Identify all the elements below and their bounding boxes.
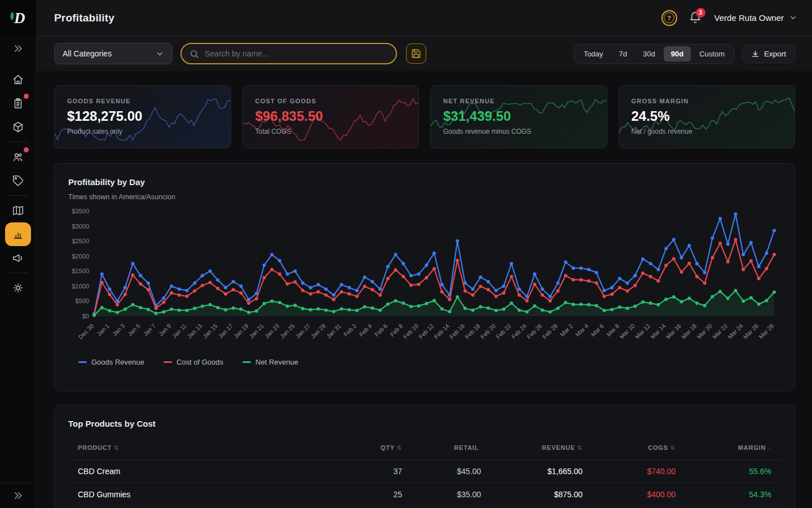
data-point[interactable] — [347, 292, 351, 296]
range-90d-button[interactable]: 90d — [664, 46, 691, 62]
data-point[interactable] — [116, 311, 119, 314]
legend-item-goods-revenue[interactable]: Goods Revenue — [78, 358, 144, 366]
data-point[interactable] — [363, 275, 367, 279]
data-point[interactable] — [541, 287, 544, 291]
data-point[interactable] — [409, 283, 413, 287]
data-point[interactable] — [734, 289, 738, 292]
data-point[interactable] — [263, 264, 266, 267]
data-point[interactable] — [239, 291, 242, 295]
data-point[interactable] — [92, 313, 96, 317]
data-point[interactable] — [618, 286, 621, 290]
data-point[interactable] — [456, 295, 459, 299]
data-point[interactable] — [718, 290, 722, 293]
data-point[interactable] — [495, 289, 498, 292]
data-point[interactable] — [587, 303, 590, 306]
category-select[interactable]: All Categories — [54, 43, 173, 64]
data-point[interactable] — [541, 308, 544, 312]
data-point[interactable] — [131, 262, 135, 265]
data-point[interactable] — [139, 274, 142, 277]
data-point[interactable] — [595, 282, 598, 285]
data-point[interactable] — [301, 289, 304, 292]
table-row[interactable]: CBD Cream 37 $45.00 $1,665.00 $740.00 55… — [68, 460, 781, 483]
data-point[interactable] — [123, 308, 127, 311]
data-point[interactable] — [316, 283, 320, 286]
data-point[interactable] — [656, 279, 660, 283]
data-point[interactable] — [687, 244, 691, 247]
data-point[interactable] — [316, 307, 320, 310]
data-point[interactable] — [270, 268, 273, 271]
data-point[interactable] — [433, 267, 436, 270]
data-point[interactable] — [479, 284, 482, 288]
data-point[interactable] — [587, 268, 590, 271]
data-point[interactable] — [170, 291, 173, 295]
data-point[interactable] — [518, 308, 521, 312]
data-point[interactable] — [301, 282, 304, 285]
data-point[interactable] — [155, 312, 158, 315]
data-point[interactable] — [386, 303, 390, 306]
data-point[interactable] — [293, 269, 297, 273]
data-point[interactable] — [201, 274, 204, 277]
data-point[interactable] — [687, 262, 691, 265]
data-point[interactable] — [378, 308, 382, 312]
data-point[interactable] — [633, 274, 637, 277]
data-point[interactable] — [147, 282, 150, 285]
data-point[interactable] — [734, 238, 738, 242]
data-point[interactable] — [479, 305, 482, 309]
data-point[interactable] — [487, 280, 490, 283]
data-point[interactable] — [355, 309, 359, 312]
data-point[interactable] — [401, 275, 405, 278]
profitability-by-day-chart[interactable]: $3500$3000$2500$2000$1500$1000$500$0Dec … — [68, 203, 781, 357]
data-point[interactable] — [564, 260, 567, 264]
data-point[interactable] — [479, 275, 482, 279]
data-point[interactable] — [610, 308, 614, 311]
data-point[interactable] — [672, 295, 676, 299]
data-point[interactable] — [370, 280, 374, 283]
range-7d-button[interactable]: 7d — [612, 46, 634, 62]
column-header-margin[interactable]: MARGIN↓ — [676, 444, 771, 451]
data-point[interactable] — [347, 286, 351, 290]
data-point[interactable] — [572, 303, 575, 306]
data-point[interactable] — [734, 212, 738, 216]
data-point[interactable] — [278, 273, 281, 276]
data-point[interactable] — [680, 300, 683, 304]
data-point[interactable] — [216, 278, 219, 282]
data-point[interactable] — [556, 306, 559, 310]
sidebar-item-orders[interactable] — [6, 91, 30, 115]
data-point[interactable] — [541, 294, 544, 297]
data-point[interactable] — [378, 294, 382, 297]
data-point[interactable] — [425, 276, 428, 279]
data-point[interactable] — [247, 301, 250, 305]
data-point[interactable] — [471, 294, 475, 297]
data-point[interactable] — [448, 298, 451, 301]
data-point[interactable] — [672, 238, 676, 242]
data-point[interactable] — [641, 271, 645, 275]
data-point[interactable] — [610, 292, 614, 296]
data-point[interactable] — [394, 268, 398, 271]
search-input[interactable] — [205, 49, 388, 58]
data-point[interactable] — [232, 306, 235, 310]
data-point[interactable] — [301, 307, 304, 310]
data-point[interactable] — [556, 282, 559, 285]
sidebar-item-products[interactable] — [6, 115, 30, 139]
data-point[interactable] — [726, 297, 730, 300]
data-point[interactable] — [209, 303, 212, 306]
data-point[interactable] — [664, 297, 668, 301]
data-point[interactable] — [718, 217, 722, 220]
data-point[interactable] — [386, 277, 390, 281]
data-point[interactable] — [757, 265, 761, 268]
data-point[interactable] — [664, 247, 668, 250]
data-point[interactable] — [579, 303, 582, 306]
help-button[interactable]: ? — [661, 10, 677, 26]
data-point[interactable] — [309, 292, 312, 296]
data-point[interactable] — [641, 300, 645, 304]
data-point[interactable] — [610, 286, 614, 290]
data-point[interactable] — [100, 281, 104, 284]
data-point[interactable] — [394, 253, 398, 256]
data-point[interactable] — [108, 287, 111, 291]
save-search-button[interactable] — [406, 43, 426, 64]
column-header-retail[interactable]: RETAIL — [402, 444, 481, 451]
data-point[interactable] — [186, 309, 189, 312]
data-point[interactable] — [680, 270, 683, 274]
data-point[interactable] — [340, 290, 343, 294]
data-point[interactable] — [510, 301, 513, 305]
